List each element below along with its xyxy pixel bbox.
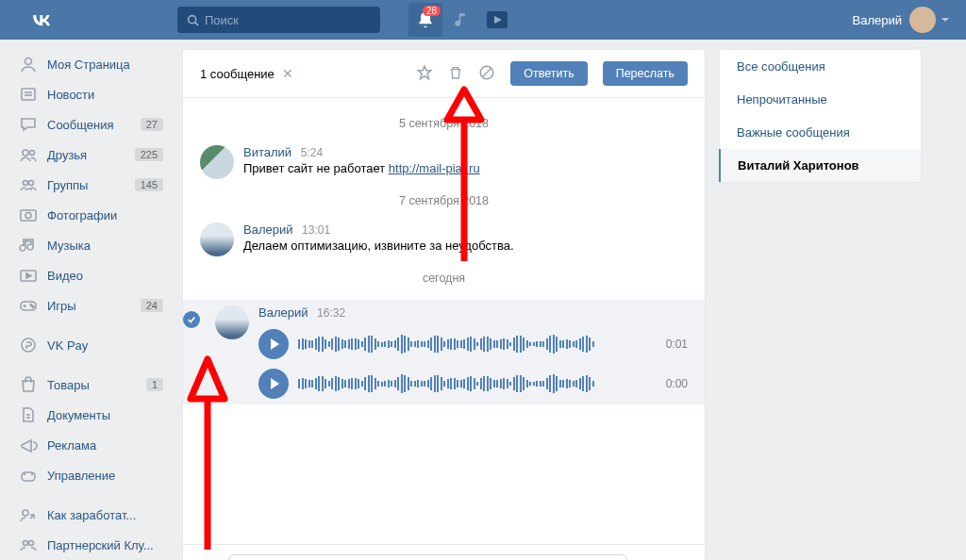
waveform[interactable] (298, 371, 657, 397)
news-icon (19, 85, 38, 104)
avatar[interactable] (200, 145, 234, 179)
sidebar-item-profile[interactable]: Моя Страница (13, 49, 169, 79)
profile-icon (19, 55, 38, 74)
user-menu[interactable]: Валерий (845, 0, 957, 40)
sidebar-item-label: Моя Страница (47, 58, 130, 72)
message-item[interactable]: Валерий 13:01 Делаем оптимизацию, извини… (200, 217, 688, 262)
sidebar-item-partner[interactable]: Партнерский Клу... (13, 530, 169, 560)
sidebar-item-label: Группы (47, 178, 88, 192)
date-separator: 5 сентября 2018 (200, 107, 688, 140)
svg-point-7 (23, 150, 28, 156)
sidebar-item-label: Новости (47, 88, 94, 102)
messages-list[interactable]: 5 сентября 2018 Виталий 5:24 Привет сайт… (183, 98, 705, 513)
sidebar-item-label: Как заработат... (47, 508, 136, 522)
username: Валерий (853, 13, 902, 27)
avatar[interactable] (215, 305, 249, 339)
message-time: 5:24 (301, 146, 323, 159)
sidebar-item-news[interactable]: Новости (13, 79, 169, 109)
notif-badge: 28 (423, 6, 441, 16)
music-player-icon[interactable] (444, 3, 478, 37)
sidebar-item-label: Видео (47, 269, 83, 283)
play-button[interactable] (258, 329, 289, 359)
voice-message[interactable]: 0:00 (258, 369, 688, 399)
link[interactable]: http://mail-piar.ru (389, 161, 480, 175)
filter-all[interactable]: Все сообщения (720, 50, 921, 83)
svg-point-26 (24, 541, 28, 546)
sidebar-item-games[interactable]: Игры24 (13, 290, 169, 321)
message-text: Делаем оптимизацию, извините за неудобст… (243, 237, 688, 253)
top-header: Поиск 28 Валерий (0, 0, 966, 40)
svg-line-33 (483, 68, 491, 76)
sidebar-item-manage[interactable]: Управление (13, 460, 169, 490)
message-item-selected[interactable]: Валерий 16:32 0:01 0:00 (183, 300, 705, 404)
sidebar-item-photos[interactable]: Фотографии (13, 200, 169, 230)
groups-icon (19, 175, 38, 194)
badge: 225 (135, 148, 163, 161)
sidebar-item-label: Друзья (47, 148, 87, 162)
sidebar-item-label: Реклама (47, 438, 96, 453)
filter-unread[interactable]: Непрочитанные (720, 83, 921, 116)
message-input-area (183, 544, 705, 560)
voice-duration: 0:01 (666, 338, 688, 351)
messages-header: 1 сообщение ✕ Ответить Переслать (183, 50, 705, 98)
video-play-icon[interactable] (480, 3, 514, 37)
manage-icon (19, 466, 38, 485)
filter-active-dialog[interactable]: Виталий Харитонов (719, 149, 921, 182)
svg-point-17 (30, 305, 32, 306)
market-icon (19, 375, 38, 394)
play-button[interactable] (258, 369, 289, 399)
clear-selection-icon[interactable]: ✕ (282, 66, 293, 81)
message-item[interactable]: Виталий 5:24 Привет сайт не работает htt… (200, 140, 688, 185)
notifications-icon[interactable]: 28 (408, 3, 442, 37)
svg-point-12 (25, 213, 31, 219)
sidebar-item-vkpay[interactable]: VK Pay (13, 330, 169, 360)
reply-button[interactable]: Ответить (510, 61, 587, 86)
block-icon[interactable] (478, 64, 495, 84)
sidebar-item-label: Фотографии (47, 208, 117, 222)
sidebar-item-label: Документы (47, 408, 110, 422)
svg-line-1 (195, 22, 198, 25)
badge: 1 (146, 378, 163, 391)
forward-button[interactable]: Переслать (603, 61, 688, 86)
sidebar-item-docs[interactable]: Документы (13, 400, 169, 430)
sidebar-item-label: Музыка (47, 239, 91, 253)
money-icon (19, 505, 38, 524)
sidebar-item-ads[interactable]: Реклама (13, 430, 169, 460)
sidebar-item-money[interactable]: Как заработат... (13, 500, 169, 530)
message-author[interactable]: Валерий (258, 305, 308, 320)
message-author[interactable]: Виталий (243, 145, 291, 159)
docs-icon (19, 405, 38, 424)
sidebar-item-label: Сообщения (47, 118, 114, 132)
message-time: 13:01 (302, 223, 330, 237)
vk-logo[interactable] (28, 7, 55, 33)
filter-important[interactable]: Важные сообщения (720, 116, 921, 149)
svg-point-18 (32, 306, 34, 308)
sidebar-item-friends[interactable]: Друзья225 (13, 140, 169, 170)
sidebar-item-market[interactable]: Товары1 (13, 370, 169, 400)
selection-count: 1 сообщение (200, 67, 275, 81)
voice-message[interactable]: 0:01 (258, 329, 688, 359)
sidebar-item-video[interactable]: Видео (13, 260, 169, 290)
sidebar-item-label: Партнерский Клу... (47, 538, 154, 552)
sidebar-item-label: Игры (47, 299, 76, 313)
avatar[interactable] (200, 222, 234, 256)
partner-icon (19, 535, 38, 554)
trash-icon[interactable] (448, 64, 463, 84)
message-text: Привет сайт не работает http://mail-piar… (243, 159, 688, 175)
svg-point-9 (24, 181, 28, 186)
sidebar-item-groups[interactable]: Группы145 (13, 170, 169, 200)
sidebar-item-music[interactable]: Музыка (13, 230, 169, 260)
waveform[interactable] (298, 331, 657, 357)
svg-point-8 (30, 151, 35, 156)
sidebar-item-messages[interactable]: Сообщения27 (13, 109, 169, 140)
selection-check-icon[interactable] (183, 311, 200, 328)
svg-point-10 (29, 181, 34, 186)
message-author[interactable]: Валерий (243, 222, 292, 237)
messages-panel: 1 сообщение ✕ Ответить Переслать 5 сентя… (182, 49, 706, 560)
message-input-wrap (228, 554, 627, 560)
star-icon[interactable] (416, 64, 433, 84)
search-input[interactable]: Поиск (177, 7, 380, 33)
left-sidebar: Моя СтраницаНовостиСообщения27Друзья225Г… (13, 49, 169, 560)
chevron-down-icon (941, 18, 949, 22)
conversations-filter: Все сообщения Непрочитанные Важные сообщ… (719, 49, 922, 183)
